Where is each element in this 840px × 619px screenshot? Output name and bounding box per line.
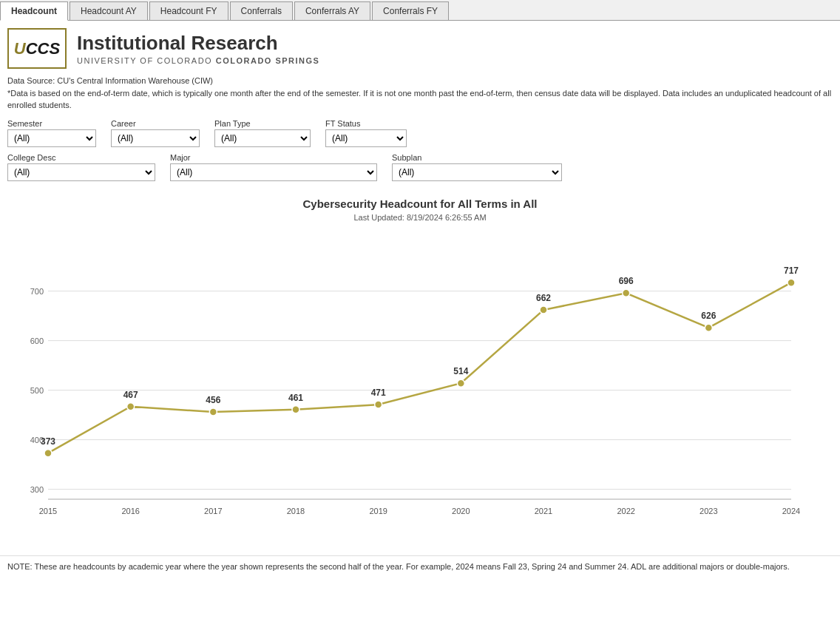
- svg-text:717: 717: [784, 265, 799, 276]
- filter-row-2: College Desc (All) Major (All) Subplan (…: [7, 153, 833, 181]
- filter-ft-status: FT Status (All): [325, 119, 407, 147]
- svg-text:2016: 2016: [121, 507, 139, 515]
- filter-subplan-select[interactable]: (All): [392, 163, 562, 181]
- svg-point-16: [209, 408, 217, 416]
- tab-conferrals[interactable]: Conferrals: [230, 1, 293, 20]
- chart-svg-wrapper: 3004005006007003732015467201645620174612…: [7, 229, 833, 542]
- filter-subplan: Subplan (All): [392, 153, 562, 181]
- svg-point-25: [457, 379, 464, 387]
- svg-text:2023: 2023: [700, 507, 717, 515]
- page-title: Institutional Research: [77, 32, 319, 55]
- svg-text:600: 600: [30, 336, 44, 345]
- svg-point-31: [623, 289, 630, 297]
- svg-point-13: [127, 402, 135, 410]
- filter-major: Major (All): [170, 153, 377, 181]
- university-plain: UNIVERSITY OF COLORADO: [77, 56, 216, 65]
- svg-text:2017: 2017: [204, 507, 222, 515]
- chart-title: Cybersecurity Headcount for All Terms in…: [7, 197, 833, 210]
- filter-major-label: Major: [170, 153, 377, 162]
- svg-text:2018: 2018: [287, 507, 305, 515]
- filter-career: Career (All): [111, 119, 200, 147]
- uccs-logo: UCCS: [7, 28, 67, 69]
- svg-text:700: 700: [30, 286, 44, 295]
- filter-semester-label: Semester: [7, 119, 96, 128]
- data-source-note: Data Source: CU's Central Information Wa…: [0, 72, 840, 113]
- filter-row-1: Semester (All) Career (All) Plan Type (A…: [7, 119, 833, 147]
- svg-point-37: [788, 279, 795, 286]
- svg-text:2015: 2015: [39, 507, 57, 515]
- svg-text:471: 471: [371, 388, 386, 398]
- svg-text:626: 626: [701, 311, 716, 321]
- filter-career-select[interactable]: (All): [111, 129, 200, 147]
- svg-point-10: [44, 449, 52, 456]
- svg-text:2021: 2021: [535, 507, 552, 515]
- filter-plan-type-select[interactable]: (All): [214, 129, 311, 147]
- page-header: UCCS Institutional Research UNIVERSITY O…: [0, 21, 840, 72]
- svg-text:500: 500: [30, 385, 44, 394]
- filter-ft-status-select[interactable]: (All): [325, 129, 407, 147]
- svg-text:300: 300: [30, 484, 44, 493]
- filter-subplan-label: Subplan: [392, 153, 562, 162]
- filter-major-select[interactable]: (All): [170, 163, 377, 181]
- university-subheading: UNIVERSITY OF COLORADO COLORADO SPRINGS: [77, 56, 319, 65]
- svg-text:456: 456: [206, 395, 220, 405]
- filter-college-desc-select[interactable]: (All): [7, 163, 155, 181]
- svg-text:373: 373: [41, 436, 55, 446]
- filter-college-desc: College Desc (All): [7, 153, 155, 181]
- data-source-line1: Data Source: CU's Central Information Wa…: [7, 75, 833, 87]
- filters-section: Semester (All) Career (All) Plan Type (A…: [0, 113, 840, 190]
- chart-container: Cybersecurity Headcount for All Terms in…: [0, 190, 840, 549]
- tab-bar: Headcount Headcount AY Headcount FY Conf…: [0, 0, 840, 21]
- tab-headcount-fy[interactable]: Headcount FY: [149, 1, 228, 20]
- tab-conferrals-fy[interactable]: Conferrals FY: [372, 1, 449, 20]
- svg-text:467: 467: [123, 389, 138, 399]
- filter-career-label: Career: [111, 119, 200, 128]
- svg-text:2024: 2024: [782, 507, 800, 515]
- svg-point-34: [705, 324, 712, 331]
- svg-point-19: [292, 405, 299, 413]
- filter-college-desc-label: College Desc: [7, 153, 155, 162]
- university-bold: COLORADO SPRINGS: [216, 56, 320, 65]
- filter-ft-status-label: FT Status: [325, 119, 407, 128]
- bottom-note: NOTE: These are headcounts by academic y…: [0, 555, 840, 578]
- svg-text:696: 696: [619, 276, 634, 286]
- tab-headcount-ay[interactable]: Headcount AY: [70, 1, 148, 20]
- filter-semester: Semester (All): [7, 119, 96, 147]
- svg-text:2022: 2022: [617, 507, 634, 515]
- line-chart-svg: 3004005006007003732015467201645620174612…: [7, 229, 821, 540]
- tab-headcount[interactable]: Headcount: [0, 1, 68, 21]
- data-source-line2: *Data is based on the end-of-term date, …: [7, 87, 833, 112]
- header-text: Institutional Research UNIVERSITY OF COL…: [77, 32, 319, 65]
- svg-text:662: 662: [536, 293, 551, 303]
- filter-plan-type-label: Plan Type: [214, 119, 311, 128]
- svg-text:514: 514: [453, 366, 468, 376]
- svg-point-22: [375, 401, 382, 408]
- svg-text:2020: 2020: [452, 507, 470, 515]
- svg-text:2019: 2019: [369, 507, 387, 515]
- svg-point-28: [540, 306, 547, 314]
- chart-subtitle: Last Updated: 8/19/2024 6:26:55 AM: [7, 213, 833, 222]
- tab-conferrals-ay[interactable]: Conferrals AY: [294, 1, 370, 20]
- filter-semester-select[interactable]: (All): [7, 129, 96, 147]
- svg-text:461: 461: [288, 392, 303, 402]
- filter-plan-type: Plan Type (All): [214, 119, 311, 147]
